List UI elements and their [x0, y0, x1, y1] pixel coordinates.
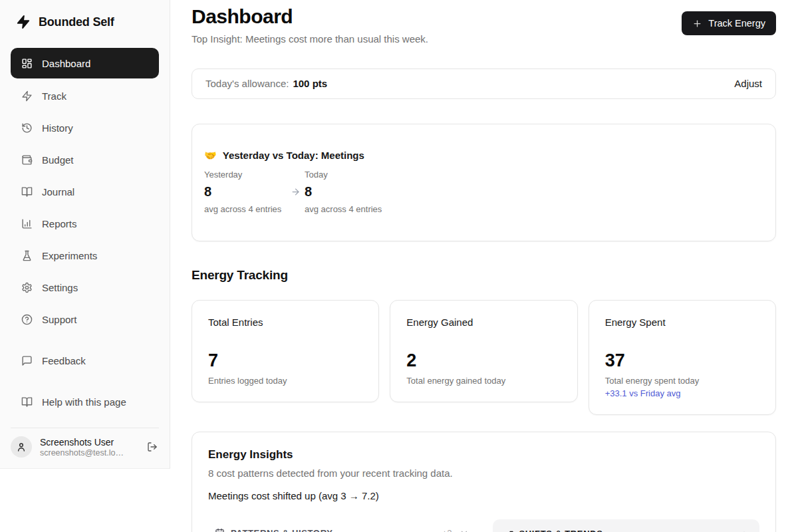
stats-grid: Total Entries 7 Entries logged today Ene… — [192, 300, 776, 415]
brand: Bounded Self — [11, 11, 159, 33]
sidebar-nav: Dashboard Track History Budget — [11, 48, 159, 419]
sidebar-item-experiments[interactable]: Experiments — [11, 241, 159, 270]
logout-icon — [147, 442, 158, 452]
message-square-icon — [21, 355, 33, 366]
comparison-card: 🤝 Yesterday vs Today: Meetings Yesterday… — [192, 124, 776, 241]
user-name: Screenshots User — [40, 437, 138, 448]
comparison-today-label: Today — [305, 170, 387, 180]
page-title: Dashboard — [192, 5, 428, 29]
sidebar-item-label: Support — [42, 314, 77, 325]
allowance-value: 100 pts — [293, 78, 327, 89]
patterns-history-badge: +2 — [442, 528, 452, 532]
sidebar-item-label: Dashboard — [42, 58, 90, 69]
history-icon — [21, 122, 33, 134]
sidebar-item-track[interactable]: Track — [11, 81, 159, 110]
track-energy-button[interactable]: Track Energy — [682, 11, 776, 35]
comparison-yesterday: Yesterday 8 avg across 4 entries — [204, 170, 287, 214]
sidebar-item-label: History — [42, 122, 73, 134]
calendar-icon — [215, 528, 225, 532]
sidebar-item-history[interactable]: History — [11, 113, 159, 142]
sidebar-item-journal[interactable]: Journal — [11, 177, 159, 206]
sidebar-item-settings[interactable]: Settings — [11, 273, 159, 302]
sidebar-item-label: Reports — [42, 218, 77, 229]
sidebar-item-support[interactable]: Support — [11, 305, 159, 334]
sidebar-item-label: Track — [42, 90, 66, 102]
bar-chart-icon — [21, 218, 33, 229]
sidebar-item-label: Experiments — [42, 250, 97, 261]
insights-title: Energy Insights — [208, 448, 759, 462]
shifts-trends-toggle[interactable]: SHIFTS & TRENDS — [493, 519, 760, 532]
stat-caption: Entries logged today — [208, 376, 362, 386]
stat-value: 7 — [208, 352, 362, 370]
page-header: Dashboard Top Insight: Meetings cost mor… — [192, 5, 776, 45]
patterns-history-toggle[interactable]: PATTERNS & HISTORY +2 — [208, 519, 475, 532]
app-root: Bounded Self Dashboard Track History — [0, 0, 798, 532]
energy-tracking-heading: Energy Tracking — [192, 268, 776, 283]
adjust-button[interactable]: Adjust — [734, 78, 762, 89]
book-open-icon — [21, 186, 33, 198]
stat-caption: Total energy spent today — [605, 376, 759, 386]
flask-icon — [21, 250, 33, 261]
insights-card: Energy Insights 8 cost patterns detected… — [192, 432, 776, 532]
arrow-right-icon — [291, 187, 301, 197]
patterns-history-label: PATTERNS & HISTORY — [231, 528, 333, 532]
comparison-yesterday-value: 8 — [204, 185, 287, 198]
comparison-today-value: 8 — [305, 185, 387, 198]
sidebar-item-label: Budget — [42, 154, 74, 166]
bolt-icon — [16, 15, 31, 29]
comparison-title-row: 🤝 Yesterday vs Today: Meetings — [204, 150, 763, 161]
stat-title: Energy Gained — [406, 317, 561, 328]
logout-button[interactable] — [146, 440, 159, 454]
sidebar-item-reports[interactable]: Reports — [11, 209, 159, 238]
insights-sections: PATTERNS & HISTORY +2 SHIFTS & TRENDS — [208, 519, 759, 532]
comparison-today-caption: avg across 4 entries — [305, 204, 387, 214]
plus-icon — [692, 19, 702, 29]
shifts-trends-panel: SHIFTS & TRENDS — [493, 519, 760, 532]
track-energy-label: Track Energy — [708, 18, 765, 29]
page-subtitle: Top Insight: Meetings cost more than usu… — [192, 33, 428, 45]
user-email: screenshots@test.lo… — [40, 448, 138, 458]
avatar — [11, 436, 32, 458]
main-content: Dashboard Top Insight: Meetings cost mor… — [170, 0, 798, 532]
sidebar-item-dashboard[interactable]: Dashboard — [11, 48, 159, 78]
trending-up-icon — [503, 529, 513, 532]
sidebar-item-label: Feedback — [42, 355, 86, 366]
chevron-up-icon — [739, 529, 749, 532]
brand-name: Bounded Self — [39, 15, 114, 29]
comparison-columns: Yesterday 8 avg across 4 entries Today 8… — [204, 170, 763, 214]
handshake-emoji: 🤝 — [204, 150, 217, 160]
shifts-trends-label: SHIFTS & TRENDS — [519, 529, 603, 532]
stat-card-total-entries: Total Entries 7 Entries logged today — [192, 300, 379, 402]
stat-value: 2 — [406, 352, 561, 370]
allowance-text: Today's allowance: 100 pts — [205, 78, 327, 89]
chevron-down-icon — [460, 528, 469, 532]
page-header-text: Dashboard Top Insight: Meetings cost mor… — [192, 5, 428, 45]
dashboard-icon — [21, 58, 33, 69]
comparison-yesterday-label: Yesterday — [204, 170, 287, 180]
allowance-bar: Today's allowance: 100 pts Adjust — [192, 68, 776, 99]
sidebar-item-label: Journal — [42, 186, 74, 198]
allowance-label: Today's allowance: — [205, 78, 289, 89]
insights-subtitle: 8 cost patterns detected from your recen… — [208, 467, 759, 479]
sidebar-item-feedback[interactable]: Feedback — [11, 346, 159, 375]
sidebar-item-help[interactable]: Help with this page — [11, 387, 159, 416]
wallet-icon — [21, 154, 33, 166]
comparison-today: Today 8 avg across 4 entries — [305, 170, 387, 214]
stat-title: Energy Spent — [605, 317, 759, 328]
sidebar-item-budget[interactable]: Budget — [11, 145, 159, 174]
insights-highlight: Meetings cost shifted up (avg 3 → 7.2) — [208, 490, 759, 501]
gear-icon — [21, 282, 33, 293]
stat-title: Total Entries — [208, 317, 362, 328]
comparison-yesterday-caption: avg across 4 entries — [204, 204, 287, 214]
sidebar-item-label: Help with this page — [42, 396, 126, 408]
user-meta: Screenshots User screenshots@test.lo… — [40, 437, 138, 458]
stat-card-energy-gained: Energy Gained 2 Total energy gained toda… — [390, 300, 577, 402]
sidebar-item-label: Settings — [42, 282, 78, 293]
user-section: Screenshots User screenshots@test.lo… — [11, 428, 159, 458]
stat-delta: +33.1 vs Friday avg — [605, 388, 759, 398]
comparison-title: Yesterday vs Today: Meetings — [223, 150, 364, 161]
stat-card-energy-spent: Energy Spent 37 Total energy spent today… — [589, 300, 776, 415]
zap-icon — [21, 90, 33, 102]
stat-caption: Total energy gained today — [406, 376, 561, 386]
sidebar: Bounded Self Dashboard Track History — [0, 0, 170, 469]
